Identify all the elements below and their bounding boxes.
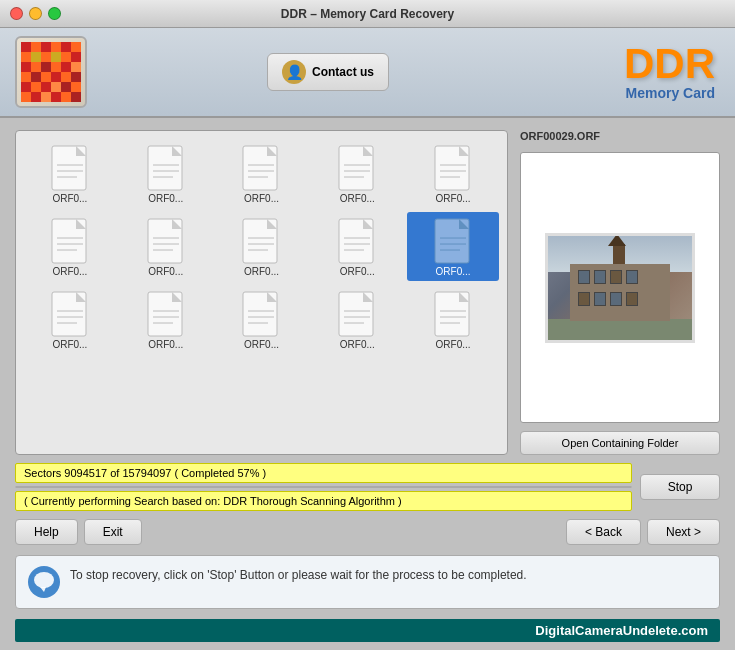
- back-button[interactable]: < Back: [566, 519, 641, 545]
- info-box: To stop recovery, click on 'Stop' Button…: [15, 555, 720, 609]
- file-label: ORF0...: [148, 266, 183, 277]
- file-item[interactable]: ORF0...: [311, 285, 403, 354]
- svg-rect-1: [31, 42, 41, 52]
- file-icon: [145, 216, 187, 266]
- building-body: [570, 264, 671, 321]
- file-item[interactable]: ORF0...: [216, 285, 308, 354]
- file-label: ORF0...: [148, 193, 183, 204]
- svg-rect-12: [21, 62, 31, 72]
- file-label: ORF0...: [52, 193, 87, 204]
- contact-button[interactable]: 👤 Contact us: [267, 53, 389, 91]
- close-button[interactable]: [10, 7, 23, 20]
- svg-rect-24: [21, 82, 31, 92]
- svg-rect-11: [71, 52, 81, 62]
- svg-rect-20: [41, 72, 51, 82]
- file-item[interactable]: ORF0...: [216, 139, 308, 208]
- panels-row: ORF0...ORF0...ORF0...ORF0...ORF0...ORF0.…: [15, 130, 720, 455]
- svg-rect-7: [31, 52, 41, 62]
- progress-and-stop: Sectors 9094517 of 15794097 ( Completed …: [15, 463, 720, 511]
- file-item[interactable]: ORF0...: [120, 285, 212, 354]
- right-panel: ORF00029.ORF: [520, 130, 720, 455]
- ground: [548, 319, 692, 340]
- info-icon: [28, 566, 60, 598]
- window: [610, 270, 622, 284]
- file-icon: [49, 216, 91, 266]
- svg-rect-19: [31, 72, 41, 82]
- svg-rect-23: [71, 72, 81, 82]
- windows-row2: [570, 290, 671, 308]
- svg-rect-31: [31, 92, 41, 102]
- controls-area: Sectors 9094517 of 15794097 ( Completed …: [15, 463, 720, 642]
- file-item[interactable]: ORF0...: [311, 212, 403, 281]
- file-item[interactable]: ORF0...: [407, 139, 499, 208]
- file-label: ORF0...: [52, 339, 87, 350]
- file-label: ORF0...: [436, 266, 471, 277]
- svg-rect-34: [61, 92, 71, 102]
- file-item[interactable]: ORF0...: [24, 285, 116, 354]
- file-icon: [432, 216, 474, 266]
- next-button[interactable]: Next >: [647, 519, 720, 545]
- minimize-button[interactable]: [29, 7, 42, 20]
- window-title: DDR – Memory Card Recovery: [281, 7, 454, 21]
- file-label: ORF0...: [436, 193, 471, 204]
- file-label: ORF0...: [340, 193, 375, 204]
- svg-rect-30: [21, 92, 31, 102]
- building-scene: [548, 236, 692, 340]
- svg-rect-4: [61, 42, 71, 52]
- spire: [613, 244, 625, 264]
- file-item[interactable]: ORF0...: [24, 212, 116, 281]
- svg-rect-10: [61, 52, 71, 62]
- help-button[interactable]: Help: [15, 519, 78, 545]
- file-icon: [240, 289, 282, 339]
- brand-title: DDR: [624, 43, 715, 85]
- file-icon: [49, 143, 91, 193]
- window: [610, 292, 622, 306]
- svg-marker-112: [40, 587, 46, 592]
- svg-rect-27: [51, 82, 61, 92]
- file-icon: [336, 216, 378, 266]
- progress-status: Sectors 9094517 of 15794097 ( Completed …: [15, 463, 632, 483]
- file-icon: [240, 216, 282, 266]
- svg-point-111: [34, 572, 54, 588]
- file-item[interactable]: ORF0...: [120, 139, 212, 208]
- file-item[interactable]: ORF0...: [311, 139, 403, 208]
- logo-icon: [21, 42, 81, 102]
- maximize-button[interactable]: [48, 7, 61, 20]
- windows-row: [570, 264, 671, 290]
- window: [626, 292, 638, 306]
- main-content: ORF0...ORF0...ORF0...ORF0...ORF0...ORF0.…: [0, 118, 735, 650]
- file-label: ORF0...: [52, 266, 87, 277]
- file-icon: [432, 143, 474, 193]
- svg-rect-6: [21, 52, 31, 62]
- file-label: ORF0...: [340, 339, 375, 350]
- file-label: ORF0...: [244, 266, 279, 277]
- exit-button[interactable]: Exit: [84, 519, 142, 545]
- app-logo: [15, 36, 87, 108]
- stop-button[interactable]: Stop: [640, 474, 720, 500]
- preview-label: ORF00029.ORF: [520, 130, 720, 142]
- preview-box: [520, 152, 720, 423]
- file-item[interactable]: ORF0...: [407, 285, 499, 354]
- svg-rect-3: [51, 42, 61, 52]
- speech-bubble-icon: [32, 570, 56, 594]
- preview-image: [545, 233, 695, 343]
- file-item[interactable]: ORF0...: [120, 212, 212, 281]
- file-item[interactable]: ORF0...: [24, 139, 116, 208]
- svg-rect-32: [41, 92, 51, 102]
- file-panel[interactable]: ORF0...ORF0...ORF0...ORF0...ORF0...ORF0.…: [15, 130, 508, 455]
- file-icon: [336, 143, 378, 193]
- window: [594, 292, 606, 306]
- window-controls[interactable]: [10, 7, 61, 20]
- file-label: ORF0...: [340, 266, 375, 277]
- file-item[interactable]: ORF0...: [407, 212, 499, 281]
- svg-rect-28: [61, 82, 71, 92]
- svg-rect-16: [61, 62, 71, 72]
- open-containing-folder-button[interactable]: Open Containing Folder: [520, 431, 720, 455]
- svg-rect-8: [41, 52, 51, 62]
- contact-icon: 👤: [282, 60, 306, 84]
- file-item[interactable]: ORF0...: [216, 212, 308, 281]
- file-icon: [336, 289, 378, 339]
- algorithm-info: ( Currently performing Search based on: …: [15, 491, 632, 511]
- window: [594, 270, 606, 284]
- svg-rect-15: [51, 62, 61, 72]
